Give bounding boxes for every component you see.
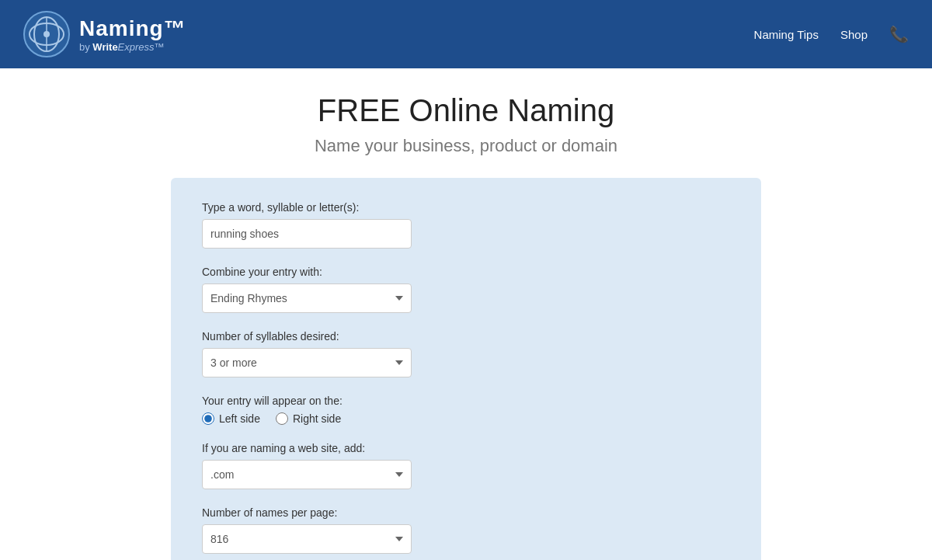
- syllables-group: Number of syllables desired: 1 2 3 or mo…: [202, 330, 730, 377]
- nav-area: Naming Tips Shop 📞: [754, 25, 909, 43]
- syllables-label: Number of syllables desired:: [202, 330, 730, 343]
- right-side-label[interactable]: Right side: [276, 412, 341, 425]
- syllables-select[interactable]: 1 2 3 or more Any: [202, 348, 412, 377]
- shop-link[interactable]: Shop: [840, 28, 868, 41]
- logo-area: Naming™ by WriteExpress™: [23, 11, 186, 57]
- phone-icon[interactable]: 📞: [889, 25, 909, 43]
- left-side-label[interactable]: Left side: [202, 412, 260, 425]
- appear-group: Your entry will appear on the: Left side…: [202, 395, 730, 425]
- right-side-text: Right side: [293, 412, 341, 425]
- word-input[interactable]: [202, 219, 412, 249]
- page-title: FREE Online Naming: [318, 93, 614, 128]
- word-label: Type a word, syllable or letter(s):: [202, 201, 730, 214]
- logo-icon: [23, 11, 70, 57]
- website-select[interactable]: .com .net .org .biz .info None: [202, 460, 412, 489]
- left-side-radio[interactable]: [202, 412, 214, 425]
- website-group: If you are naming a web site, add: .com …: [202, 442, 730, 489]
- perpage-label: Number of names per page:: [202, 506, 730, 519]
- main-content: FREE Online Naming Name your business, p…: [0, 68, 932, 560]
- right-side-radio[interactable]: [276, 412, 288, 425]
- perpage-group: Number of names per page: 816 400 200 10…: [202, 506, 730, 554]
- combine-group: Combine your entry with: Ending Rhymes B…: [202, 266, 730, 313]
- appear-radio-group: Left side Right side: [202, 412, 730, 425]
- perpage-select[interactable]: 816 400 200 100: [202, 524, 412, 554]
- website-label: If you are naming a web site, add:: [202, 442, 730, 454]
- form-card: Type a word, syllable or letter(s): Comb…: [171, 178, 761, 560]
- word-group: Type a word, syllable or letter(s):: [202, 201, 730, 249]
- logo-text: Naming™ by WriteExpress™: [79, 16, 186, 53]
- logo-naming-text: Naming™: [79, 16, 186, 41]
- combine-label: Combine your entry with:: [202, 266, 730, 278]
- logo-by-text: by WriteExpress™: [79, 41, 186, 53]
- header: Naming™ by WriteExpress™ Naming Tips Sho…: [0, 0, 932, 68]
- appear-label: Your entry will appear on the:: [202, 395, 730, 407]
- combine-select[interactable]: Ending Rhymes Beginning Rhymes Synonyms …: [202, 283, 412, 313]
- left-side-text: Left side: [219, 412, 260, 425]
- naming-tips-link[interactable]: Naming Tips: [754, 28, 819, 41]
- page-subtitle: Name your business, product or domain: [315, 136, 617, 156]
